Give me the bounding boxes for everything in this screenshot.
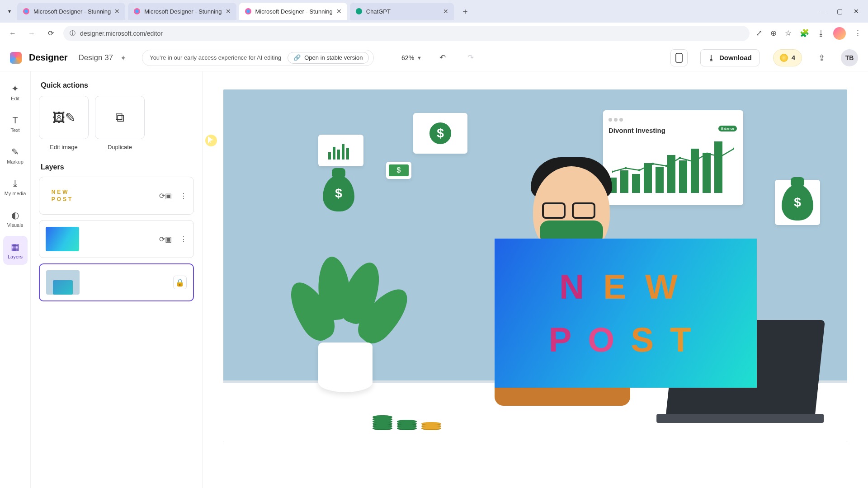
rail-item-visuals[interactable]: ◐ Visuals (3, 204, 28, 233)
layer-lock-button[interactable]: 🔒 (173, 276, 187, 289)
close-tab-icon[interactable]: ✕ (114, 8, 120, 15)
forward-button[interactable]: → (25, 27, 38, 40)
scene-card-cash (386, 162, 411, 179)
quick-actions-row: 🖼✎ Edit image ⧉ Duplicate (39, 96, 194, 150)
layer-more-icon[interactable]: ⋮ (180, 235, 187, 244)
rail-item-text[interactable]: T Text (3, 109, 28, 138)
tabs-dropdown-button[interactable]: ▾ (5, 6, 14, 16)
designer-favicon-icon (133, 8, 141, 15)
generate-variations-icon[interactable]: ⟳▣ (159, 192, 172, 200)
rail-label: Visuals (7, 222, 23, 228)
edit-image-button[interactable]: 🖼✎ (39, 96, 89, 139)
early-access-notice: You're in our early access experience fo… (142, 50, 373, 66)
user-initials: TB (845, 54, 854, 61)
scene-card-money-bag-right: $ (775, 180, 820, 225)
sparkle-icon: ✦ (11, 83, 19, 94)
browser-tab-2[interactable]: Microsoft Designer - Stunning ✕ (128, 3, 236, 20)
close-window-button[interactable]: ✕ (854, 8, 859, 15)
design-name[interactable]: Design 37 (79, 53, 113, 62)
layer-thumb (46, 227, 79, 251)
scene-plant (291, 239, 395, 392)
link-icon: 🔗 (293, 54, 301, 61)
designer-logo-icon[interactable] (10, 52, 22, 64)
layer-item-text[interactable]: NEW POST ⟳▣ ⋮ (39, 177, 194, 215)
maximize-button[interactable]: ▢ (837, 8, 843, 15)
rail-item-markup[interactable]: ✎ Markup (3, 141, 28, 170)
share-button[interactable]: ⇪ (814, 50, 829, 66)
layer-thumb: NEW POST (46, 183, 79, 208)
svg-point-14 (693, 160, 695, 163)
upload-icon: ⤓ (11, 178, 19, 189)
side-panel: Quick actions 🖼✎ Edit image ⧉ Duplicate … (31, 71, 203, 488)
rail-item-edit[interactable]: ✦ Edit (3, 78, 28, 107)
dashboard-pill: Balance (718, 126, 737, 131)
kebab-menu-icon[interactable]: ⋮ (854, 28, 862, 38)
install-app-icon[interactable]: ⤢ (756, 28, 762, 38)
browser-tab-title: Microsoft Designer - Stunning (33, 8, 111, 15)
design-canvas[interactable]: $ $ $ Divonnt Investing Balance (223, 89, 847, 442)
rail-label: My media (5, 191, 26, 196)
credits-badge[interactable]: 4 (773, 49, 802, 66)
overlay-word-1: NEW (559, 267, 692, 306)
close-tab-icon[interactable]: ✕ (336, 8, 342, 15)
back-button[interactable]: ← (6, 27, 19, 40)
main-area: ✦ Edit T Text ✎ Markup ⤓ My media ◐ Visu… (0, 71, 868, 488)
open-stable-label: Open in stable version (304, 54, 363, 61)
profile-avatar[interactable] (833, 27, 846, 40)
redo-button[interactable]: ↷ (463, 51, 478, 65)
browser-tab-3[interactable]: Microsoft Designer - Stunning ✕ (239, 3, 347, 20)
chatgpt-favicon-icon (355, 8, 363, 15)
rail-label: Text (10, 127, 19, 133)
site-info-icon[interactable]: ⓘ (70, 29, 75, 38)
reload-button[interactable]: ⟳ (44, 27, 57, 40)
layers-title: Layers (41, 163, 192, 171)
bookmark-icon[interactable]: ☆ (785, 28, 792, 38)
canvas-area[interactable]: $ $ $ Divonnt Investing Balance (203, 71, 868, 488)
svg-rect-7 (676, 53, 682, 62)
url-text: designer.microsoft.com/editor (80, 30, 163, 37)
ai-sparkle-icon[interactable]: ✦ (120, 54, 128, 62)
browser-tabstrip: ▾ Microsoft Designer - Stunning ✕ Micros… (0, 0, 868, 23)
zoom-value: 62% (401, 54, 414, 61)
rail-item-layers[interactable]: ▦ Layers (3, 236, 28, 265)
device-preview-button[interactable] (670, 49, 688, 66)
generate-variations-icon[interactable]: ⟳▣ (159, 235, 172, 244)
duplicate-icon: ⧉ (115, 110, 124, 125)
browser-tab-4[interactable]: ChatGPT ✕ (350, 3, 454, 20)
close-tab-icon[interactable]: ✕ (226, 8, 231, 15)
credits-count: 4 (792, 54, 795, 61)
open-stable-button[interactable]: 🔗 Open in stable version (288, 52, 368, 64)
new-tab-button[interactable]: ＋ (458, 5, 472, 18)
overlay-new-post[interactable]: NEW POST (495, 239, 757, 388)
download-button[interactable]: ⭳ Download (700, 49, 760, 66)
scene-card-dollar: $ (413, 113, 467, 154)
svg-point-15 (706, 153, 708, 155)
layer-thumb-line2: POST (52, 196, 74, 202)
lock-icon: 🔒 (175, 278, 184, 287)
user-avatar[interactable]: TB (841, 49, 858, 66)
zoom-selector[interactable]: 62% ▼ (401, 54, 422, 61)
phone-icon (675, 53, 683, 63)
downloads-icon[interactable]: ⭳ (817, 29, 825, 38)
svg-point-1 (24, 9, 28, 13)
rail-item-mymedia[interactable]: ⤓ My media (3, 173, 28, 202)
extensions-icon[interactable]: 🧩 (800, 28, 809, 38)
quick-actions-title: Quick actions (41, 81, 192, 89)
svg-point-12 (665, 165, 668, 167)
close-tab-icon[interactable]: ✕ (443, 8, 448, 15)
svg-point-16 (720, 155, 722, 158)
layer-more-icon[interactable]: ⋮ (180, 192, 187, 200)
designer-favicon-icon (245, 8, 252, 15)
notice-text: You're in our early access experience fo… (150, 54, 281, 61)
address-bar[interactable]: ⓘ designer.microsoft.com/editor (63, 26, 750, 41)
minimize-button[interactable]: — (820, 8, 826, 15)
pencil-icon: ✎ (11, 146, 19, 157)
duplicate-button[interactable]: ⧉ (95, 96, 145, 139)
layer-item-gradient[interactable]: ⟳▣ ⋮ (39, 220, 194, 258)
zoom-icon[interactable]: ⊕ (770, 28, 777, 38)
undo-button[interactable]: ↶ (435, 51, 450, 65)
rail-label: Layers (8, 254, 23, 259)
layer-item-image[interactable]: 🔒 (39, 263, 194, 301)
mini-bar-chart-icon (328, 141, 354, 160)
browser-tab-1[interactable]: Microsoft Designer - Stunning ✕ (17, 3, 125, 20)
